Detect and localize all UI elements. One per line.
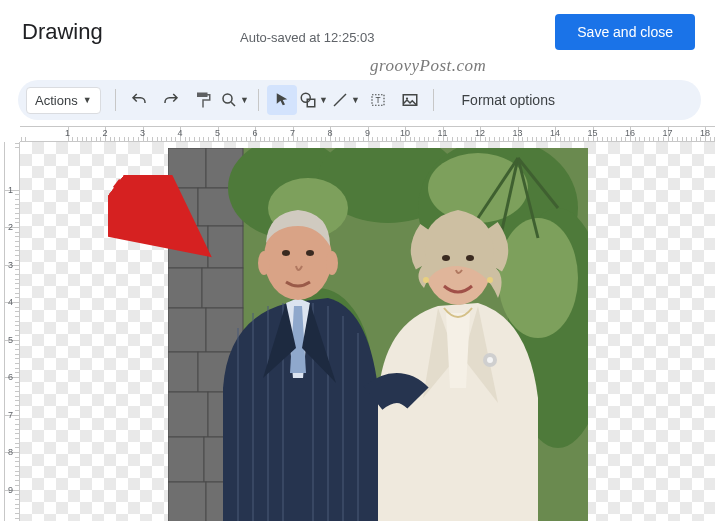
svg-point-49 [306,250,314,256]
text-box-icon: T [369,91,387,109]
ruler-number: 8 [327,128,332,138]
svg-rect-27 [168,482,206,521]
ruler-number: 5 [8,335,13,345]
svg-point-56 [487,277,493,283]
horizontal-ruler: 123456789101112131415161718 [20,126,715,142]
ruler-number: 12 [475,128,485,138]
ruler-number: 2 [8,222,13,232]
separator [258,89,259,111]
photo-illustration [168,148,588,521]
undo-button[interactable] [124,85,154,115]
caret-down-icon: ▼ [83,95,92,105]
svg-rect-3 [307,99,315,107]
ruler-number: 5 [215,128,220,138]
svg-point-54 [466,255,474,261]
svg-rect-21 [168,352,198,392]
ruler-number: 3 [8,260,13,270]
ruler-number: 18 [700,128,710,138]
ruler-number: 1 [8,185,13,195]
ruler-number: 2 [102,128,107,138]
redo-button[interactable] [156,85,186,115]
line-icon [331,91,349,109]
svg-rect-17 [168,268,202,308]
image-icon [401,91,419,109]
ruler-number: 16 [625,128,635,138]
svg-line-57 [116,183,196,245]
actions-label: Actions [35,93,78,108]
separator [433,89,434,111]
svg-point-51 [487,357,493,363]
ruler-number: 11 [437,128,447,138]
text-box-button[interactable]: T [363,85,393,115]
ruler-number: 9 [8,485,13,495]
ruler-number: 6 [252,128,257,138]
svg-rect-23 [168,392,208,437]
ruler-number: 14 [550,128,560,138]
redo-icon [162,91,180,109]
ruler-number: 6 [8,372,13,382]
save-and-close-button[interactable]: Save and close [555,14,695,50]
insert-image-button[interactable] [395,85,425,115]
ruler-number: 1 [65,128,70,138]
ruler-number: 15 [587,128,597,138]
line-tool-button[interactable]: ▼ [331,85,361,115]
paint-roller-icon [194,91,212,109]
svg-text:T: T [375,96,380,105]
toolbar: Actions ▼ ▼ ▼ ▼ T Format options [18,80,701,120]
inserted-image[interactable] [168,148,588,521]
format-options-button[interactable]: Format options [452,87,565,113]
svg-point-0 [223,94,232,103]
svg-point-48 [282,250,290,256]
autosave-status: Auto-saved at 12:25:03 [240,30,374,45]
shape-tool-button[interactable]: ▼ [299,85,329,115]
select-tool-button[interactable] [267,85,297,115]
svg-point-2 [301,93,310,102]
vertical-ruler: 12345678910 [4,142,20,521]
svg-point-55 [423,277,429,283]
ruler-number: 7 [8,410,13,420]
svg-rect-19 [168,308,206,352]
svg-point-53 [442,255,450,261]
svg-point-46 [258,251,270,275]
annotation-arrow-icon [108,175,218,265]
ruler-number: 10 [400,128,410,138]
caret-down-icon: ▼ [240,95,249,105]
caret-down-icon: ▼ [319,95,328,105]
ruler-number: 7 [290,128,295,138]
caret-down-icon: ▼ [351,95,360,105]
zoom-button[interactable]: ▼ [220,85,250,115]
svg-line-4 [334,94,346,106]
ruler-number: 9 [365,128,370,138]
actions-menu-button[interactable]: Actions ▼ [26,87,101,114]
shape-icon [299,91,317,109]
ruler-number: 8 [8,447,13,457]
svg-line-1 [231,102,235,106]
ruler-number: 4 [8,297,13,307]
dialog-title: Drawing [22,19,103,45]
ruler-number: 3 [140,128,145,138]
cursor-icon [273,91,291,109]
svg-rect-25 [168,437,204,482]
zoom-icon [220,91,238,109]
undo-icon [130,91,148,109]
separator [115,89,116,111]
ruler-number: 13 [512,128,522,138]
paint-format-button[interactable] [188,85,218,115]
ruler-number: 4 [177,128,182,138]
svg-point-47 [326,251,338,275]
svg-rect-18 [202,268,243,308]
ruler-number: 17 [662,128,672,138]
watermark-text: groovyPost.com [370,56,486,76]
